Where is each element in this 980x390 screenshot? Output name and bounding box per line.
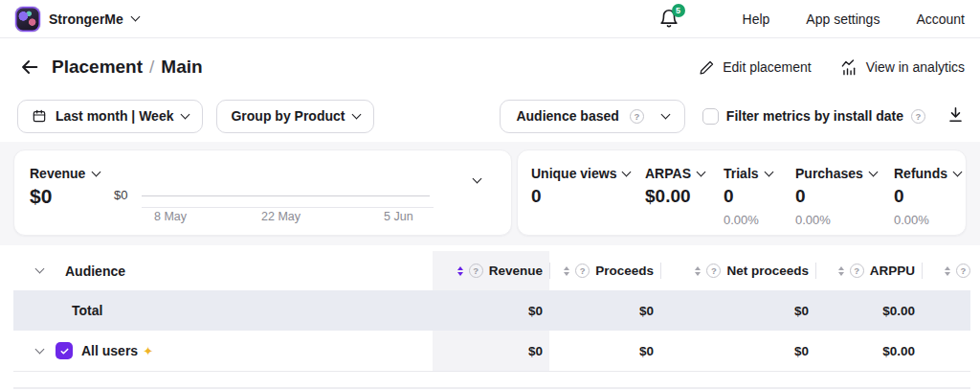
back-button[interactable] (19, 57, 40, 78)
audience-mode-selector[interactable]: Audience based ? (500, 100, 684, 133)
chevron-down-icon (92, 167, 101, 176)
help-icon[interactable]: ? (706, 264, 721, 278)
placement-analytics-screen: StrongerMe 5 Help App settings Account P… (0, 0, 980, 390)
collapse-all-chevron[interactable] (35, 264, 45, 274)
table-row-all-users[interactable]: All users ✦ $0 $0 $0 $0.00 (13, 331, 970, 372)
view-in-analytics-label: View in analytics (866, 59, 965, 75)
metric-selector[interactable]: ARPAS (645, 166, 704, 181)
page-header: Placement / Main Edit placement View in … (19, 50, 965, 84)
breadcrumb-separator: / (149, 57, 154, 78)
install-date-checkbox[interactable] (702, 108, 719, 125)
all-users-checkbox[interactable] (56, 342, 73, 359)
metric-trials: Trials 0 0.00% (724, 166, 772, 227)
check-icon (59, 346, 70, 356)
cell-revenue: $0 (433, 290, 549, 331)
help-link[interactable]: Help (743, 11, 770, 27)
chevron-down-icon (130, 12, 140, 22)
page-title: Main (161, 57, 202, 78)
sort-icon (695, 266, 701, 276)
metric-label: ARPAS (645, 166, 691, 181)
metric-selector[interactable]: Purchases (795, 166, 877, 181)
edit-placement-button[interactable]: Edit placement (699, 59, 812, 76)
breadcrumb-section: Placement (52, 57, 143, 78)
metric-selector[interactable]: Trials (724, 166, 772, 181)
sort-icon (457, 266, 463, 276)
help-icon[interactable]: ? (911, 109, 925, 124)
metric-percentage: 0.00% (724, 213, 772, 227)
app-settings-link[interactable]: App settings (806, 11, 880, 27)
account-link[interactable]: Account (916, 11, 965, 27)
calendar-icon (32, 108, 47, 124)
metric-label: Trials (724, 166, 759, 181)
date-range-selector[interactable]: Last month | Week (17, 100, 203, 133)
metric-arpas: ARPAS $0.00 (645, 166, 704, 207)
metric-value: 0 (894, 186, 961, 207)
chevron-down-icon (868, 167, 878, 176)
revenue-chart-card: Revenue $0 $0 8 May 22 May 5 Jun (13, 149, 512, 236)
column-label: Proceeds (595, 264, 654, 278)
help-icon[interactable]: ? (630, 109, 644, 124)
row-label: All users (81, 343, 138, 358)
metrics-summary-card: Unique views 0 ARPAS $0.00 Trials 0 0.00… (517, 149, 967, 236)
column-divider (922, 263, 923, 279)
column-header-arppu[interactable]: ? ARPPU (815, 251, 922, 290)
column-label: Revenue (489, 264, 543, 278)
summary-cards-band: Revenue $0 $0 8 May 22 May 5 Jun Unique … (0, 142, 980, 245)
install-date-label: Filter metrics by install date (726, 108, 903, 124)
column-header-partial[interactable]: ? (922, 251, 970, 290)
sort-icon (945, 266, 950, 276)
topbar-nav: 5 Help App settings Account (658, 8, 965, 31)
metric-value: 0 (724, 186, 772, 207)
sparkles-icon: ✦ (143, 344, 153, 358)
app-switcher[interactable]: StrongerMe (15, 7, 139, 32)
column-divider (660, 263, 661, 279)
notifications-button[interactable]: 5 (658, 8, 681, 31)
expand-chart-chevron[interactable] (473, 174, 482, 184)
column-label: ARPPU (870, 264, 915, 278)
cell-revenue: $0 (433, 331, 549, 371)
view-in-analytics-button[interactable]: View in analytics (840, 58, 965, 77)
metric-unique-views: Unique views 0 (531, 166, 630, 207)
help-icon[interactable]: ? (575, 264, 590, 278)
column-header-net-proceeds[interactable]: ? Net proceeds (660, 251, 815, 290)
cell-partial (922, 331, 970, 371)
group-by-selector[interactable]: Group by Product (216, 100, 374, 133)
install-date-filter: Filter metrics by install date ? (702, 108, 925, 125)
edit-placement-label: Edit placement (723, 59, 812, 75)
table-header-row: Audience ? Revenue ? Proceeds ? Net proc… (13, 251, 970, 290)
download-icon (947, 105, 965, 124)
row-label: Total (72, 303, 102, 318)
filters-bar: Last month | Week Group by Product Audie… (17, 99, 967, 133)
column-header-proceeds[interactable]: ? Proceeds (549, 251, 660, 290)
help-icon[interactable]: ? (469, 264, 483, 278)
column-label: Net proceeds (726, 264, 809, 278)
cell-proceeds: $0 (549, 290, 660, 331)
metric-selector[interactable]: Refunds (894, 166, 961, 181)
audience-metrics-table: Audience ? Revenue ? Proceeds ? Net proc… (13, 251, 970, 372)
sort-icon (838, 266, 844, 276)
chevron-down-icon (622, 167, 632, 176)
metric-selector[interactable]: Unique views (531, 166, 630, 181)
chevron-down-icon (352, 109, 362, 119)
analytics-chart-icon (840, 58, 858, 77)
cell-proceeds: $0 (549, 331, 660, 371)
app-name: StrongerMe (49, 11, 123, 27)
cell-arppu: $0.00 (815, 290, 922, 331)
chart-x-tick: 22 May (261, 210, 301, 223)
revenue-metric-label: Revenue (30, 166, 85, 181)
column-divider (549, 263, 550, 279)
help-icon[interactable]: ? (850, 264, 864, 278)
metric-purchases: Purchases 0 0.00% (795, 166, 877, 227)
chevron-down-icon (764, 167, 773, 176)
chevron-down-icon (660, 109, 670, 119)
cell-net-proceeds: $0 (660, 290, 815, 331)
revenue-metric-selector[interactable]: Revenue (30, 166, 100, 181)
export-download-button[interactable] (945, 103, 967, 128)
column-header-revenue[interactable]: ? Revenue (433, 251, 549, 290)
metric-value: 0 (795, 186, 877, 207)
revenue-metric-value: $0 (30, 185, 52, 208)
chart-x-tick: 5 Jun (384, 210, 413, 223)
date-range-label: Last month | Week (56, 108, 173, 124)
expand-row-chevron[interactable] (35, 344, 45, 354)
help-icon: ? (956, 264, 970, 278)
